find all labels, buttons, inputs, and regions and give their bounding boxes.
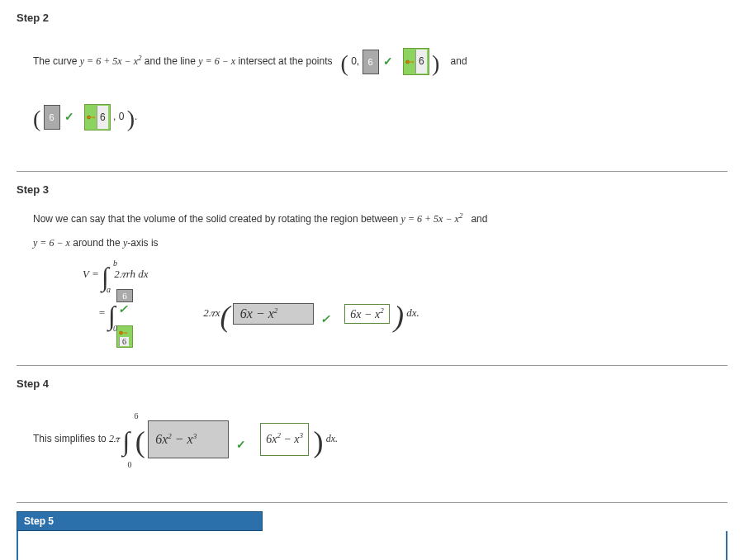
dx: dx. xyxy=(406,306,419,319)
integral-icon: ∫60 xyxy=(122,410,130,473)
step-3-body: Now we can say that the volume of the so… xyxy=(17,207,727,255)
key-icon xyxy=(87,113,97,121)
equation: y = 6 − x xyxy=(33,237,70,249)
key-icon xyxy=(405,58,415,66)
upper-limit-input[interactable]: 6 xyxy=(116,289,133,302)
check-icon: ✓ xyxy=(320,312,330,326)
key-answer: 6 xyxy=(84,104,111,131)
point2-y: , 0 xyxy=(113,111,124,122)
paren-open: ( xyxy=(220,300,230,333)
paren-close: ) xyxy=(394,300,404,333)
text: and the line xyxy=(145,55,198,67)
paren-open: ( xyxy=(341,50,348,76)
integral-icon: ∫ba xyxy=(102,262,109,292)
check-icon: ✓ xyxy=(64,103,74,131)
point1-y-input[interactable]: 6 xyxy=(363,50,379,74)
check-icon: ✓ xyxy=(383,48,393,76)
simplified-answer: 6x2 − x3 xyxy=(260,423,309,456)
text: around the xyxy=(73,237,123,249)
key-answer: 6 xyxy=(403,48,429,75)
dx: dx. xyxy=(326,433,338,444)
paren-close: ) xyxy=(432,50,439,76)
check-icon: ✓ xyxy=(236,431,246,459)
divider xyxy=(17,502,727,503)
step-2-body: The curve y = 6 + 5x − x2 and the line y… xyxy=(17,36,727,146)
step-2-header: Step 2 xyxy=(17,8,727,27)
svg-point-3 xyxy=(88,116,91,119)
paren-close: ) xyxy=(127,106,135,131)
integrand: 2𝜋rh dx xyxy=(114,268,148,280)
V-equals: V = xyxy=(83,268,102,280)
simplified-input[interactable]: 6x2 − x3 xyxy=(148,420,229,458)
text: The curve xyxy=(33,55,80,67)
integrand-answer: 6x − x2 xyxy=(344,304,389,324)
volume-formula-2: = ∫ 6 ✓ 6 0 2𝜋x( 6x − x2 ✓ 6x − x2 ) dx. xyxy=(17,299,727,334)
text: -axis is xyxy=(127,237,158,249)
equation: y = 6 + 5x − x2 xyxy=(401,213,463,225)
step-5-body: So, the volume of our solid is 2𝜋 [ 3x3 … xyxy=(35,556,709,560)
check-icon: ✓ xyxy=(118,302,128,316)
svg-rect-8 xyxy=(126,332,127,334)
and-text: and xyxy=(451,55,467,67)
paren-open: ( xyxy=(33,106,40,131)
step-2: Step 2 The curve y = 6 + 5x − x2 and the… xyxy=(17,8,727,163)
svg-rect-5 xyxy=(94,117,95,119)
coeff: 2𝜋x xyxy=(203,306,220,319)
equation-curve: y = 6 + 5x − x2 xyxy=(80,55,142,67)
equals: = xyxy=(98,306,108,319)
key-answer: 6 xyxy=(116,325,133,348)
point2-x-input[interactable]: 6 xyxy=(44,105,60,130)
text: This simplifies to xyxy=(33,433,109,444)
step-3: Step 3 Now we can say that the volume of… xyxy=(17,180,727,357)
step-4-body: This simplifies to 2𝜋 ∫60 ( 6x2 − x3 ✓ 6… xyxy=(17,406,727,477)
divider xyxy=(17,171,727,172)
svg-point-6 xyxy=(120,331,123,335)
svg-rect-2 xyxy=(412,62,413,64)
integrand-input[interactable]: 6x − x2 xyxy=(233,303,314,325)
paren-open: ( xyxy=(135,425,145,458)
step-3-header: Step 3 xyxy=(17,180,727,199)
step-4: Step 4 This simplifies to 2𝜋 ∫60 ( 6x2 −… xyxy=(17,374,727,494)
step-5: Step 5 So, the volume of our solid is 2𝜋… xyxy=(17,511,727,560)
paren-close: ) xyxy=(313,425,323,458)
volume-formula-1: V = ∫ba 2𝜋rh dx xyxy=(17,262,727,292)
svg-point-0 xyxy=(405,60,409,64)
key-icon xyxy=(119,329,129,337)
divider xyxy=(17,365,727,366)
point1-x: 0, xyxy=(351,55,359,67)
step-4-header: Step 4 xyxy=(17,374,727,393)
text: intersect at the points xyxy=(238,55,334,67)
integral-icon: ∫ 6 ✓ 6 0 xyxy=(108,301,116,331)
step-5-box: So, the volume of our solid is 2𝜋 [ 3x3 … xyxy=(17,531,727,560)
text: and xyxy=(468,213,487,225)
text: Now we can say that the volume of the so… xyxy=(33,213,401,225)
coeff: 2𝜋 xyxy=(109,433,120,444)
equation-line: y = 6 − x xyxy=(198,55,235,67)
step-5-header: Step 5 xyxy=(17,511,263,531)
